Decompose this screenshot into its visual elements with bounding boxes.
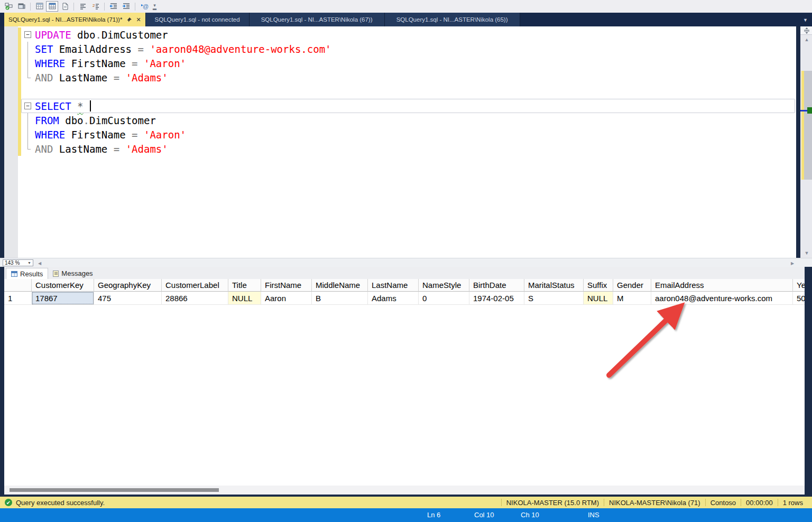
editor-vertical-scrollbar[interactable]: ▲ ▼ bbox=[800, 26, 812, 258]
code-line[interactable] bbox=[21, 85, 795, 99]
tab-sqlquery1-65[interactable]: SQLQuery1.sql - NI...ASTER\Nikola (65)) bbox=[385, 13, 520, 26]
column-header[interactable]: MaritalStatus bbox=[524, 279, 584, 292]
success-check-icon: ✔ bbox=[5, 499, 12, 506]
sql-editor[interactable]: −UPDATE dbo.DimCustomerSET EmailAddress … bbox=[4, 26, 796, 258]
tab-sqlquery1-active[interactable]: SQLQuery1.sql - NI...ASTER\Nikola (71))*… bbox=[4, 13, 146, 26]
scroll-right-icon[interactable]: ▶ bbox=[791, 261, 794, 266]
scroll-left-icon[interactable]: ◀ bbox=[38, 261, 41, 266]
grid-cell[interactable]: 28866 bbox=[162, 292, 228, 305]
row-header-cell[interactable]: 1 bbox=[4, 292, 32, 305]
increase-indent-icon[interactable] bbox=[120, 1, 132, 12]
code-line[interactable]: WHERE FirstName = 'Aaron' bbox=[21, 127, 795, 142]
outline-guide bbox=[21, 42, 35, 56]
toolbar-overflow-icon[interactable]: ▾▂ bbox=[153, 4, 156, 8]
code-line[interactable]: −SELECT * bbox=[21, 99, 795, 113]
outline-guide bbox=[21, 70, 35, 85]
decrease-indent-icon[interactable] bbox=[107, 1, 119, 12]
scroll-down-icon[interactable]: ▼ bbox=[800, 250, 812, 256]
code-line[interactable]: −UPDATE dbo.DimCustomer bbox=[21, 27, 795, 42]
scrollbar-thumb[interactable] bbox=[804, 71, 812, 180]
column-header[interactable]: Suffix bbox=[584, 279, 613, 292]
outline-collapse-icon[interactable]: − bbox=[21, 99, 35, 113]
outline-guide bbox=[21, 113, 35, 127]
hscrollbar-thumb[interactable] bbox=[10, 488, 219, 492]
code-lines: −UPDATE dbo.DimCustomerSET EmailAddress … bbox=[21, 27, 795, 156]
query-status-bar: ✔ Query executed successfully. NIKOLA-MA… bbox=[0, 497, 812, 508]
tab-sqlquery1-67[interactable]: SQLQuery1.sql - NI...ASTER\Nikola (67)) bbox=[250, 13, 385, 26]
close-icon[interactable]: ✕ bbox=[136, 16, 141, 23]
tab-results[interactable]: Results bbox=[6, 268, 48, 279]
code-token: 'Aaron' bbox=[144, 129, 186, 141]
column-header[interactable]: MiddleName bbox=[312, 279, 368, 292]
comment-icon[interactable] bbox=[77, 1, 89, 12]
code-line[interactable]: AND LastName = 'Adams' bbox=[21, 142, 795, 156]
toolbar-separator bbox=[104, 3, 105, 11]
grid-cell[interactable]: 17867 bbox=[32, 292, 94, 305]
object-explorer-icon[interactable] bbox=[15, 1, 27, 12]
code-token bbox=[138, 129, 144, 141]
grid-cell[interactable]: Adams bbox=[368, 292, 419, 305]
column-header[interactable]: BirthDate bbox=[469, 279, 524, 292]
toolbar-separator bbox=[135, 3, 135, 11]
column-header[interactable]: NameStyle bbox=[419, 279, 469, 292]
column-header[interactable]: CustomerLabel bbox=[162, 279, 228, 292]
tab-label: SQLQuery1.sql - NI...ASTER\Nikola (65)) bbox=[396, 16, 508, 23]
grid-cell[interactable]: aaron048@adventure-works.com bbox=[651, 292, 793, 305]
column-header[interactable]: CustomerKey bbox=[32, 279, 94, 292]
code-token: LastName bbox=[53, 72, 113, 83]
results-to-file-icon[interactable] bbox=[59, 1, 71, 12]
results-horizontal-scrollbar[interactable] bbox=[4, 486, 805, 495]
zoom-level-dropdown[interactable]: 143 % ▼ bbox=[3, 259, 33, 266]
code-line[interactable]: AND LastName = 'Adams' bbox=[21, 70, 795, 85]
results-pane-icon[interactable] bbox=[33, 1, 45, 12]
results-grid[interactable]: CustomerKeyGeographyKeyCustomerLabelTitl… bbox=[4, 279, 805, 305]
column-header[interactable]: Ye bbox=[793, 279, 805, 292]
column-header[interactable]: Gender bbox=[613, 279, 651, 292]
grid-cell[interactable]: 50 bbox=[793, 292, 805, 305]
column-header[interactable]: LastName bbox=[368, 279, 419, 292]
scroll-up-icon[interactable]: ▲ bbox=[800, 37, 812, 42]
column-header[interactable] bbox=[4, 279, 32, 292]
code-token bbox=[138, 58, 144, 69]
grid-cell[interactable]: 0 bbox=[419, 292, 469, 305]
code-token: EmailAddress bbox=[53, 43, 137, 55]
grid-cell[interactable]: B bbox=[312, 292, 368, 305]
code-token: AND bbox=[35, 72, 53, 83]
status-char-number: Ch 10 bbox=[521, 511, 539, 519]
grid-cell[interactable]: M bbox=[613, 292, 651, 305]
code-line[interactable]: FROM dbo.DimCustomer bbox=[21, 113, 795, 127]
uncomment-icon[interactable]: 2 bbox=[89, 1, 102, 12]
grid-cell[interactable]: 1974-02-05 bbox=[469, 292, 524, 305]
specify-values-icon[interactable]: @ bbox=[138, 1, 150, 12]
chevron-down-icon: ▼ bbox=[27, 261, 31, 265]
tab-messages[interactable]: Messages bbox=[48, 268, 97, 279]
tab-list-chevron-icon[interactable]: ▼ bbox=[803, 17, 808, 23]
code-token: = bbox=[137, 43, 143, 55]
results-to-grid-icon[interactable] bbox=[46, 1, 58, 12]
grid-cell[interactable]: S bbox=[524, 292, 584, 305]
code-token: . bbox=[84, 115, 89, 126]
editor-zoom-bar: 143 % ▼ ◀ ▶ bbox=[0, 258, 812, 267]
tab-messages-label: Messages bbox=[61, 269, 93, 277]
template-parameters-icon[interactable] bbox=[3, 1, 15, 12]
splitter-handle-icon[interactable] bbox=[800, 26, 812, 35]
column-header[interactable]: FirstName bbox=[261, 279, 312, 292]
column-header[interactable]: Title bbox=[228, 279, 261, 292]
pin-icon[interactable] bbox=[126, 17, 132, 23]
grid-cell[interactable]: 475 bbox=[94, 292, 162, 305]
status-message: Query executed successfully. bbox=[16, 499, 105, 507]
column-header[interactable]: GeographyKey bbox=[94, 279, 162, 292]
code-line[interactable]: WHERE FirstName = 'Aaron' bbox=[21, 56, 795, 70]
tab-results-label: Results bbox=[20, 270, 43, 278]
code-token bbox=[84, 100, 89, 112]
grid-header-row: CustomerKeyGeographyKeyCustomerLabelTitl… bbox=[4, 279, 805, 292]
results-pane-tabs: Results Messages bbox=[4, 267, 805, 279]
grid-cell[interactable]: NULL bbox=[228, 292, 261, 305]
code-line[interactable]: SET EmailAddress = 'aaron048@adventure-w… bbox=[21, 42, 795, 56]
grid-cell[interactable]: NULL bbox=[584, 292, 613, 305]
grid-cell[interactable]: Aaron bbox=[261, 292, 312, 305]
outline-collapse-icon[interactable]: − bbox=[21, 27, 35, 42]
column-header[interactable]: EmailAddress bbox=[651, 279, 793, 292]
code-token bbox=[71, 29, 77, 41]
tab-sqlquery1-not-connected[interactable]: SQLQuery1.sql - not connected bbox=[146, 13, 250, 26]
